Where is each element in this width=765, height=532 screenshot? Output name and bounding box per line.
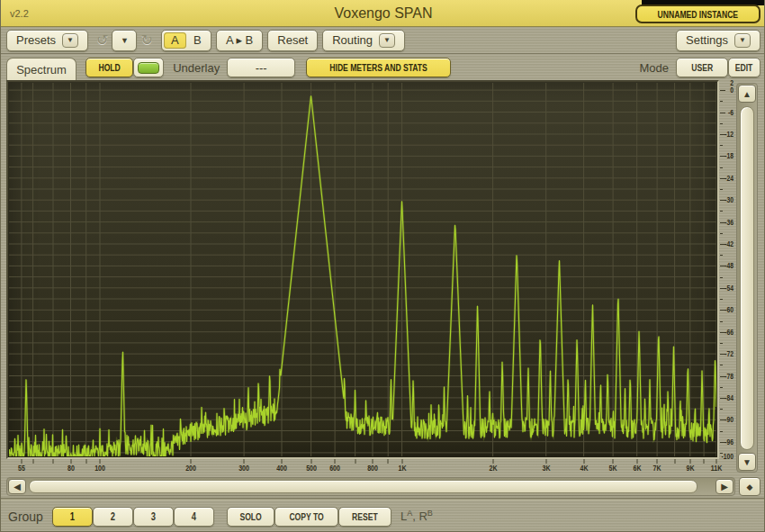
db-tick <box>720 365 723 365</box>
freq-tick <box>86 459 86 464</box>
arrow-up-icon: ▲ <box>742 89 752 99</box>
group-reset-label: RESET <box>352 511 378 522</box>
db-tick-label: -6 <box>728 108 734 117</box>
presets-button[interactable]: Presets ▼ <box>6 30 88 51</box>
db-tick-label: -78 <box>724 372 734 381</box>
arrow-down-icon: ▼ <box>742 457 752 467</box>
vertical-scrollbar-thumb[interactable] <box>740 106 754 450</box>
db-tick-label: -100 <box>721 452 734 461</box>
history-dropdown-button[interactable]: ▼ <box>112 30 137 51</box>
settings-dropdown-icon[interactable]: ▼ <box>734 33 751 48</box>
undo-icon: ↺ <box>93 32 112 49</box>
instance-name-label: UNNAMED INSTANCE <box>658 9 738 20</box>
group-1-button[interactable]: 1 <box>52 507 93 527</box>
group-4-label: 4 <box>192 510 196 523</box>
frequency-axis: 55801002003004005006008001K2K3K4K5K6K7K9… <box>9 459 720 476</box>
group-bar: Group 1 2 3 4 SOLO COPY TO RESET LA, RB <box>1 500 765 532</box>
instance-name-button[interactable]: UNNAMED INSTANCE <box>635 5 760 23</box>
routing-button[interactable]: Routing ▼ <box>322 30 405 51</box>
freq-tick-label: 55 <box>18 464 25 473</box>
freq-tick-label: 80 <box>68 464 75 473</box>
group-4-button[interactable]: 4 <box>174 507 214 527</box>
spectrum-trace-glow <box>9 96 716 456</box>
copy-to-button[interactable]: COPY TO <box>274 507 338 527</box>
spectrum-svg[interactable] <box>9 83 716 456</box>
scroll-up-button[interactable]: ▲ <box>738 85 756 103</box>
freq-tick-label: 2K <box>489 464 497 473</box>
main-toolbar: Presets ▼ ↺ ▼ ↻ A B A ▸ B Reset Routing … <box>1 27 765 54</box>
copy-to-label: COPY TO <box>289 511 323 522</box>
db-tick-label: -30 <box>724 195 734 204</box>
spectrum-trace <box>9 96 716 456</box>
freq-tick-label: 600 <box>329 464 340 473</box>
reset-label: Reset <box>277 33 308 47</box>
presets-dropdown-icon[interactable]: ▼ <box>62 33 78 48</box>
spectrum-plot[interactable] <box>9 83 716 456</box>
db-tick <box>720 299 723 300</box>
tab-spectrum[interactable]: Spectrum <box>6 58 76 80</box>
copy-a-to-b-label: A ▸ B <box>226 33 253 47</box>
underlay-select-button[interactable]: --- <box>227 58 295 77</box>
vertical-scrollbar[interactable]: ▲ ▼ <box>736 83 758 473</box>
routing-dropdown-icon[interactable]: ▼ <box>379 33 395 48</box>
zoom-fit-button[interactable]: ◆ <box>739 477 760 496</box>
scroll-down-button[interactable]: ▼ <box>738 453 756 471</box>
scroll-right-button[interactable]: ▶ <box>716 479 734 494</box>
freq-tick <box>32 459 33 464</box>
db-tick-label: -12 <box>724 130 734 139</box>
db-tick <box>720 387 723 388</box>
freq-tick <box>388 459 389 464</box>
reset-button[interactable]: Reset <box>267 30 318 51</box>
db-tick-label: 0 <box>730 86 734 95</box>
freq-tick-label: 400 <box>276 464 287 473</box>
group-reset-button[interactable]: RESET <box>338 507 392 527</box>
hold-button[interactable]: HOLD <box>86 58 133 77</box>
settings-button[interactable]: Settings ▼ <box>676 30 760 51</box>
group-2-button[interactable]: 2 <box>93 507 133 527</box>
redo-icon: ↻ <box>137 32 156 49</box>
arrow-left-icon: ◀ <box>14 482 21 491</box>
freq-tick-label: 5K <box>609 464 617 473</box>
db-tick-label: -42 <box>724 239 734 248</box>
group-1-label: 1 <box>70 510 75 523</box>
tab-spectrum-label: Spectrum <box>16 63 67 77</box>
mode-user-button[interactable]: USER <box>676 58 728 77</box>
spectrum-color-button[interactable] <box>133 58 164 77</box>
freq-tick-label: 500 <box>306 464 317 473</box>
spectrum-subbar: Spectrum HOLD Underlay --- HIDE METERS A… <box>1 55 765 80</box>
db-tick-label: -54 <box>724 284 734 293</box>
hide-meters-stats-label: HIDE METERS AND STATS <box>330 62 428 73</box>
db-tick <box>720 90 725 91</box>
db-tick-label: -36 <box>724 218 734 227</box>
solo-label: SOLO <box>239 511 261 522</box>
title-bar: v2.2 Voxengo SPAN UNNAMED INSTANCE <box>1 0 765 27</box>
mode-edit-label: EDIT <box>735 62 753 73</box>
db-scale: 20-6-12-18-24-30-36-42-48-54-60-66-72-78… <box>720 83 734 460</box>
solo-button[interactable]: SOLO <box>227 507 274 527</box>
freq-tick-label: 300 <box>238 464 249 473</box>
copy-a-to-b-button[interactable]: A ▸ B <box>216 30 263 51</box>
spectrum-color-swatch <box>138 62 159 74</box>
db-tick-label: -48 <box>724 261 734 270</box>
hide-meters-stats-button[interactable]: HIDE METERS AND STATS <box>306 58 451 77</box>
db-tick-label: -24 <box>724 174 734 183</box>
underlay-value: --- <box>256 61 267 75</box>
horizontal-scrollbar[interactable]: ◀ ▶ <box>6 477 735 496</box>
group-3-button[interactable]: 3 <box>133 507 174 527</box>
db-tick <box>720 255 723 256</box>
db-tick <box>720 167 723 168</box>
ab-option-a[interactable]: A <box>164 32 186 49</box>
scroll-left-button[interactable]: ◀ <box>8 479 26 494</box>
db-tick <box>720 189 723 190</box>
db-tick <box>720 343 723 344</box>
db-tick <box>720 431 723 432</box>
underlay-label: Underlay <box>173 61 220 75</box>
hold-label: HOLD <box>98 62 120 73</box>
mode-label: Mode <box>639 61 669 75</box>
mode-edit-button[interactable]: EDIT <box>728 58 760 77</box>
ab-option-b[interactable]: B <box>186 32 209 49</box>
horizontal-scrollbar-thumb[interactable] <box>29 480 698 493</box>
freq-tick-label: 3K <box>542 464 550 473</box>
freq-tick-label: 4K <box>580 464 588 473</box>
ab-compare-switch[interactable]: A B <box>161 30 212 51</box>
